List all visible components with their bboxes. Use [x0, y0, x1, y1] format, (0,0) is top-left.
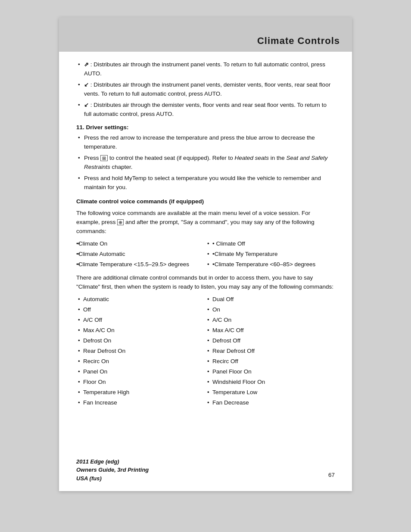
voice-col-2: • Climate Off •Climate My Temperature •C…	[206, 240, 335, 271]
add-1-3: A/C Off	[76, 316, 206, 325]
add-2-7: Recirc Off	[206, 357, 335, 366]
footer: 2011 Edge (edg) Owners Guide, 3rd Printi…	[76, 457, 149, 483]
voice-col-1: •Climate On •Climate Automatic •Climate …	[76, 240, 206, 271]
footer-line1: 2011 Edge (edg)	[76, 457, 149, 466]
add-2-3: A/C On	[206, 316, 335, 325]
driver-settings-bullets: Press the red arrow to increase the temp…	[76, 134, 335, 192]
voice-item-2-2: •Climate My Temperature	[206, 250, 335, 259]
content-area: ⇗ : Distributes air through the instrume…	[59, 52, 352, 425]
add-1-5: Defrost On	[76, 336, 206, 345]
header-bar: Climate Controls	[59, 17, 352, 52]
bullet-item-3: ↙ : Distributes air through the demister…	[76, 101, 335, 119]
seat-icon: ⊞	[100, 155, 108, 161]
driver-bullet-3: Press and hold MyTemp to select a temper…	[76, 174, 335, 192]
add-2-10: Temperature Low	[206, 388, 335, 397]
voice-item-1-2: •Climate Automatic	[76, 250, 206, 259]
italic-ref-2: Seat and Safety Restraints	[84, 155, 328, 170]
bullet-item-2: ↙ : Distributes air through the instrume…	[76, 81, 335, 99]
page: Climate Controls ⇗ : Distributes air thr…	[59, 17, 352, 491]
add-2-5: Defrost Off	[206, 336, 335, 345]
add-1-9: Floor On	[76, 378, 206, 387]
voice-commands-intro: The following voice commands are availab…	[76, 209, 335, 236]
footer-line3: USA (fus)	[76, 474, 149, 483]
add-2-2: On	[206, 305, 335, 314]
bullet-text-3: : Distributes air through the demister v…	[84, 102, 327, 117]
page-number: 67	[328, 472, 335, 478]
add-1-4: Max A/C On	[76, 326, 206, 335]
add-2-6: Rear Defrost Off	[206, 347, 335, 356]
footer-line2: Owners Guide, 3rd Printing	[76, 466, 149, 474]
bullet-text-2: : Distributes air through the instrument…	[84, 81, 330, 97]
add-1-1: Automatic	[76, 295, 206, 304]
additional-voice-commands: Automatic Off A/C Off Max A/C On Defrost…	[76, 295, 335, 408]
additional-col-2: Dual Off On A/C On Max A/C Off Defrost O…	[206, 295, 335, 408]
initial-voice-commands: •Climate On •Climate Automatic •Climate …	[76, 240, 335, 271]
additional-list-1: Automatic Off A/C Off Max A/C On Defrost…	[76, 295, 206, 407]
additional-intro: There are additional climate control com…	[76, 274, 335, 292]
driver-settings-heading: 11. Driver settings:	[76, 123, 335, 132]
voice-item-1-3: •Climate Temperature <15.5–29.5> degrees	[76, 260, 206, 269]
add-2-8: Panel Floor On	[206, 367, 335, 376]
add-1-7: Recirc On	[76, 357, 206, 366]
top-bullets: ⇗ : Distributes air through the instrume…	[76, 60, 335, 119]
bullet-item-1: ⇗ : Distributes air through the instrume…	[76, 60, 335, 78]
add-2-9: Windshield Floor On	[206, 378, 335, 387]
voice-list-2: • Climate Off •Climate My Temperature •C…	[206, 240, 335, 269]
bullet-text-1: : Distributes air through the instrument…	[84, 61, 325, 77]
additional-list-2: Dual Off On A/C On Max A/C Off Defrost O…	[206, 295, 335, 407]
additional-col-1: Automatic Off A/C Off Max A/C On Defrost…	[76, 295, 206, 408]
driver-bullet-1: Press the red arrow to increase the temp…	[76, 134, 335, 152]
icon-3: ↙	[84, 102, 90, 108]
add-2-1: Dual Off	[206, 295, 335, 304]
icon-1: ⇗	[84, 61, 90, 68]
driver-bullet-2: Press ⊞ to control the heated seat (if e…	[76, 154, 335, 172]
voice-list-1: •Climate On •Climate Automatic •Climate …	[76, 240, 206, 269]
add-2-4: Max A/C Off	[206, 326, 335, 335]
page-title: Climate Controls	[257, 35, 340, 47]
voice-item-2-3: •Climate Temperature <60–85> degrees	[206, 260, 335, 269]
voice-item-2-1: • Climate Off	[206, 240, 335, 249]
voice-item-1-1: •Climate On	[76, 240, 206, 249]
add-1-11: Fan Increase	[76, 398, 206, 408]
voice-icon: ⊕	[117, 219, 124, 225]
add-1-8: Panel On	[76, 367, 206, 376]
voice-commands-heading: Climate control voice commands (if equip…	[76, 197, 335, 206]
add-1-6: Rear Defrost On	[76, 347, 206, 356]
italic-ref-1: Heated seats	[234, 155, 269, 161]
icon-2: ↙	[84, 81, 90, 88]
add-2-11: Fan Decrease	[206, 398, 335, 408]
add-1-10: Temperature High	[76, 388, 206, 397]
add-1-2: Off	[76, 305, 206, 314]
